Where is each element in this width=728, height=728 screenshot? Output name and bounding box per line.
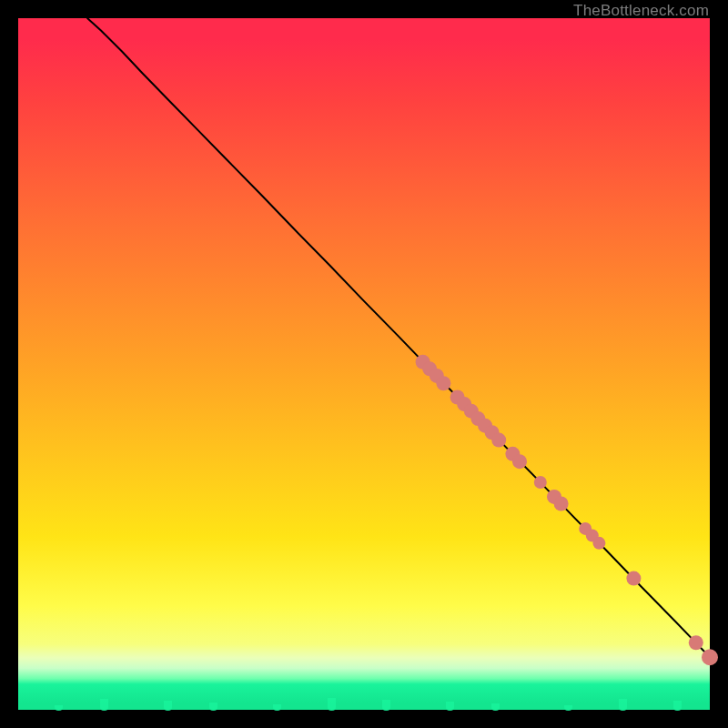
- drip: [382, 700, 390, 711]
- chart-root: TheBottleneck.com: [0, 0, 728, 728]
- drip: [273, 704, 281, 711]
- data-point: [491, 433, 506, 448]
- plot-area: [18, 18, 710, 710]
- drip: [100, 699, 108, 711]
- data-point: [554, 497, 569, 511]
- chart-svg: [18, 18, 710, 710]
- data-point: [512, 454, 527, 469]
- data-point: [626, 571, 641, 586]
- drip: [209, 703, 217, 711]
- data-point: [534, 476, 547, 489]
- series-group: [87, 18, 718, 665]
- drip: [446, 702, 454, 711]
- drip: [164, 701, 172, 711]
- drip: [491, 703, 500, 711]
- data-point: [689, 635, 703, 650]
- drip: [619, 699, 627, 711]
- data-point: [702, 649, 718, 665]
- drip: [328, 698, 336, 711]
- drip: [55, 705, 63, 711]
- attribution-label: TheBottleneck.com: [573, 2, 709, 20]
- data-point: [592, 537, 605, 550]
- drip: [673, 701, 682, 711]
- bottleneck-curve: [87, 18, 710, 657]
- drip: [564, 705, 572, 711]
- data-point: [436, 376, 450, 390]
